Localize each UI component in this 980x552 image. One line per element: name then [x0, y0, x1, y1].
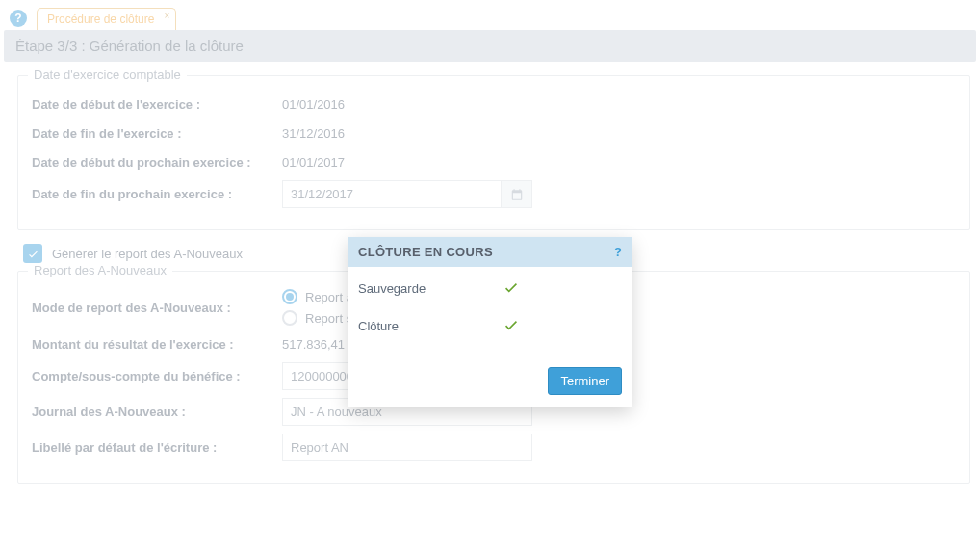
check-icon	[503, 278, 520, 299]
progress-row: Sauvegarde	[358, 278, 622, 299]
modal-title: CLÔTURE EN COURS	[358, 245, 493, 259]
finish-button[interactable]: Terminer	[548, 367, 622, 395]
progress-row: Clôture	[358, 316, 622, 336]
modal-cloture-progress: CLÔTURE EN COURS ? Sauvegarde Clôture Te…	[348, 237, 632, 407]
progress-label: Sauvegarde	[358, 281, 503, 296]
modal-overlay: CLÔTURE EN COURS ? Sauvegarde Clôture Te…	[0, 0, 980, 552]
modal-help-icon[interactable]: ?	[614, 245, 622, 259]
check-icon	[503, 316, 520, 336]
progress-label: Clôture	[358, 319, 503, 333]
